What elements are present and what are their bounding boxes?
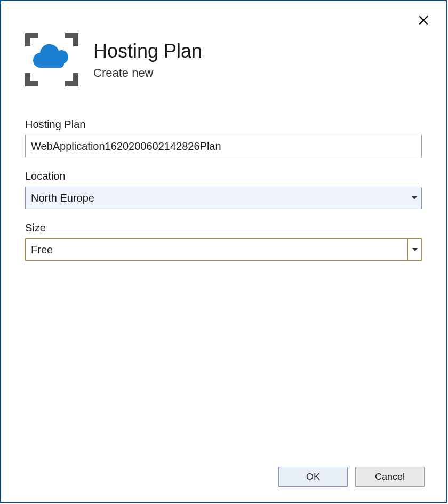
size-select-caret[interactable] [407,239,421,260]
dialog-header: Hosting Plan Create new [1,1,446,102]
hosting-plan-dialog: Hosting Plan Create new Hosting Plan Loc… [0,0,447,503]
hosting-plan-label: Hosting Plan [25,118,422,131]
cancel-button[interactable]: Cancel [355,467,425,487]
size-label: Size [25,222,422,234]
dialog-footer: OK Cancel [278,467,425,487]
location-select-caret[interactable] [407,187,421,209]
close-button[interactable] [417,14,430,27]
hosting-plan-input[interactable] [25,135,422,157]
dialog-subtitle: Create new [93,66,202,80]
size-select-value: Free [26,239,407,260]
dialog-title: Hosting Plan [93,39,202,62]
location-label: Location [25,170,422,182]
location-field: Location North Europe [25,170,422,209]
chevron-down-icon [412,196,417,199]
hosting-plan-field: Hosting Plan [25,118,422,157]
location-select-value: North Europe [26,187,407,209]
form: Hosting Plan Location North Europe Size … [1,102,446,261]
size-select[interactable]: Free [25,238,422,261]
chevron-down-icon [412,248,418,251]
size-field: Size Free [25,222,422,261]
ok-button[interactable]: OK [278,467,348,487]
close-icon [418,15,429,26]
cloud-bracket-icon [25,33,78,86]
location-select[interactable]: North Europe [25,187,422,209]
dialog-header-text: Hosting Plan Create new [93,39,202,79]
